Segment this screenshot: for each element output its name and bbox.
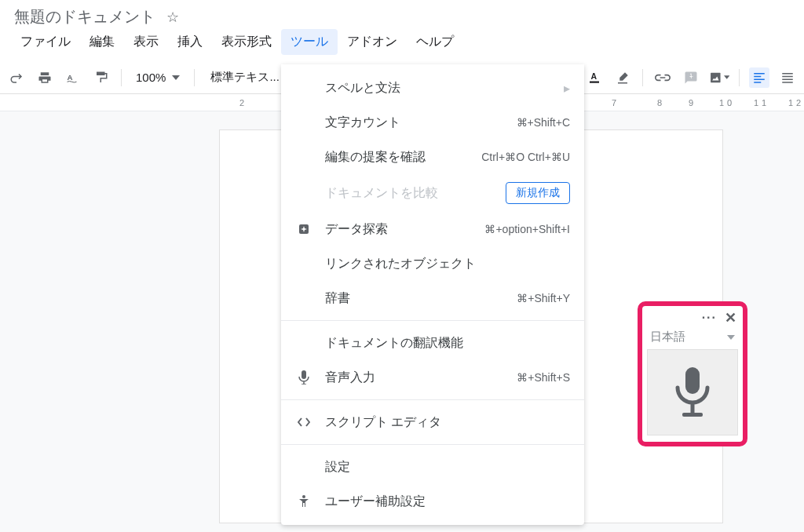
svg-point-15 xyxy=(302,495,305,498)
image-icon[interactable] xyxy=(709,67,729,88)
microphone-icon xyxy=(295,370,312,384)
paint-format-icon[interactable] xyxy=(91,67,111,88)
align-center-icon[interactable] xyxy=(777,67,798,88)
doc-title[interactable]: 無題のドキュメント xyxy=(14,6,155,27)
svg-rect-16 xyxy=(685,367,700,394)
menu-accessibility[interactable]: ユーザー補助設定 xyxy=(281,484,584,519)
redo-icon[interactable] xyxy=(6,67,27,88)
explore-icon xyxy=(295,223,312,235)
menu-preferences[interactable]: 設定 xyxy=(281,450,584,484)
menu-view[interactable]: 表示 xyxy=(124,29,168,55)
menu-script-editor[interactable]: スクリプト エディタ xyxy=(281,405,584,439)
tools-menu-dropdown: スペルと文法▸ 文字カウント⌘+Shift+C 編集の提案を確認Ctrl+⌘O … xyxy=(281,64,584,525)
menu-linked-objects[interactable]: リンクされたオブジェクト xyxy=(281,246,584,281)
menu-voice-typing[interactable]: 音声入力⌘+Shift+S xyxy=(281,360,584,395)
menu-explore[interactable]: データ探索⌘+option+Shift+I xyxy=(281,212,584,246)
menu-translate[interactable]: ドキュメントの翻訳機能 xyxy=(281,326,584,360)
menubar: ファイル 編集 表示 挿入 表示形式 ツール アドオン ヘルプ xyxy=(0,29,804,61)
menu-compare-docs[interactable]: ドキュメントを比較新規作成 xyxy=(281,174,584,212)
svg-text:A: A xyxy=(68,73,73,82)
svg-rect-14 xyxy=(302,370,306,379)
menu-tools[interactable]: ツール xyxy=(281,29,338,55)
svg-rect-5 xyxy=(754,73,765,75)
new-badge: 新規作成 xyxy=(506,182,570,204)
menu-word-count[interactable]: 文字カウント⌘+Shift+C xyxy=(281,105,584,140)
svg-rect-12 xyxy=(782,82,793,83)
zoom-select[interactable]: 100% xyxy=(131,71,185,84)
svg-rect-4 xyxy=(711,72,720,82)
text-color-icon[interactable]: A xyxy=(584,67,605,88)
voice-language-select[interactable]: 日本語 xyxy=(642,328,743,349)
menu-addons[interactable]: アドオン xyxy=(338,29,407,55)
menu-dictionary[interactable]: 辞書⌘+Shift+Y xyxy=(281,281,584,315)
link-icon[interactable] xyxy=(652,67,673,88)
close-icon[interactable]: ✕ xyxy=(725,309,736,326)
more-icon[interactable]: ··· xyxy=(702,311,717,325)
star-icon[interactable]: ☆ xyxy=(166,9,179,26)
highlight-icon[interactable] xyxy=(612,67,633,88)
menu-insert[interactable]: 挿入 xyxy=(168,29,212,55)
menu-spell-grammar[interactable]: スペルと文法▸ xyxy=(281,71,584,105)
svg-rect-6 xyxy=(754,75,761,77)
menu-help[interactable]: ヘルプ xyxy=(407,29,463,55)
comment-icon[interactable]: + xyxy=(681,67,701,88)
svg-rect-9 xyxy=(782,73,793,75)
spellcheck-icon[interactable]: A xyxy=(63,67,83,88)
menu-review-suggestions[interactable]: 編集の提案を確認Ctrl+⌘O Ctrl+⌘U xyxy=(281,140,584,174)
svg-rect-2 xyxy=(590,81,599,82)
chevron-right-icon: ▸ xyxy=(564,81,570,96)
svg-rect-10 xyxy=(782,75,793,77)
code-icon xyxy=(295,417,312,427)
svg-text:+: + xyxy=(689,72,693,80)
print-icon[interactable] xyxy=(35,67,55,88)
voice-typing-panel: ··· ✕ 日本語 xyxy=(638,301,747,446)
menu-file[interactable]: ファイル xyxy=(11,29,80,55)
align-left-icon[interactable] xyxy=(749,67,769,88)
svg-rect-7 xyxy=(754,78,765,80)
svg-text:A: A xyxy=(591,71,598,81)
menu-format[interactable]: 表示形式 xyxy=(212,29,281,55)
accessibility-icon xyxy=(295,495,312,508)
menu-edit[interactable]: 編集 xyxy=(80,29,124,55)
svg-rect-18 xyxy=(682,413,703,417)
voice-mic-button[interactable] xyxy=(647,349,738,435)
chevron-down-icon xyxy=(727,335,735,340)
svg-rect-11 xyxy=(782,78,793,80)
style-select[interactable]: 標準テキス... xyxy=(204,70,286,85)
svg-rect-8 xyxy=(754,82,761,83)
svg-rect-17 xyxy=(691,403,695,414)
